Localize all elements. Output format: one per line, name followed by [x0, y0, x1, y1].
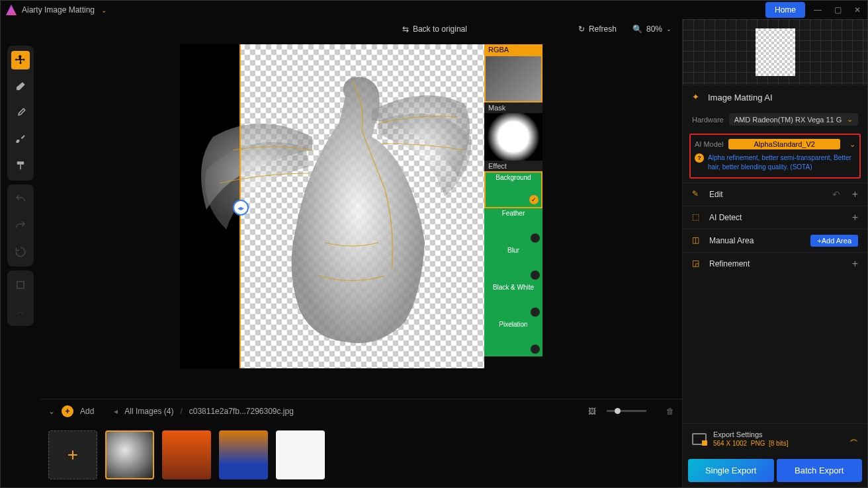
title-bar: Aiarty Image Matting ⌄ Home — ▢ ✕: [1, 1, 867, 19]
redo-button[interactable]: [11, 216, 30, 235]
comparison-handle[interactable]: ◂▸: [233, 200, 249, 216]
matting-ai-header: ✦ Image Matting AI: [683, 85, 867, 109]
canvas-panel: ⇆ Back to original ↻ Refresh 🔍 80% ⌄: [40, 19, 682, 487]
mask-preview[interactable]: [484, 113, 542, 161]
ai-detect-icon: ⬚: [692, 212, 703, 223]
zoom-icon: 🔍: [632, 24, 642, 34]
images-bar: ⌄ + Add ◂ All Images (4) / c03811e2a7fb.…: [40, 399, 682, 423]
comparison-canvas[interactable]: ◂▸: [180, 44, 484, 368]
ai-model-label: AI Model: [695, 140, 723, 148]
all-images-label[interactable]: All Images (4): [124, 407, 173, 416]
thumb-size-icon: 🖼: [588, 407, 596, 416]
right-panel: ✦ Image Matting AI Hardware AMD Radeon(T…: [682, 19, 867, 487]
svg-rect-1: [20, 165, 21, 170]
effect-pixelation[interactable]: Pixelation: [484, 319, 542, 356]
left-toolbar: ︿: [1, 19, 40, 487]
back-to-original-button[interactable]: ⇆ Back to original: [402, 24, 467, 34]
close-button[interactable]: ✕: [853, 5, 862, 15]
home-button[interactable]: Home: [765, 2, 805, 18]
add-image-icon[interactable]: +: [62, 405, 73, 417]
effect-blur[interactable]: Blur: [484, 245, 542, 282]
subject-image: [180, 44, 484, 368]
expand-icon[interactable]: +: [852, 212, 858, 224]
thumbnails-row: +: [40, 423, 682, 487]
ai-model-select[interactable]: AlphaStandard_V2: [728, 139, 840, 149]
undo-icon[interactable]: ↶: [832, 189, 840, 200]
mask-label: Mask: [484, 102, 542, 113]
current-filename: c03811e2a7fb...7296309c.jpg: [189, 407, 294, 416]
ai-model-section: AI Model AlphaStandard_V2 ⌄ ? Alpha refi…: [689, 134, 861, 179]
edit-section[interactable]: ✎ Edit ↶ +: [683, 183, 867, 206]
effect-feather[interactable]: Feather: [484, 208, 542, 245]
export-settings[interactable]: Export Settings 564 X 1002 PNG [8 bits] …: [683, 423, 867, 454]
add-area-button[interactable]: +Add Area: [810, 235, 858, 247]
preview-strip: RGBA Mask Effect Background Feather Blur…: [484, 44, 542, 356]
rgba-label: RGBA: [484, 44, 542, 55]
export-bits: [8 bits]: [769, 440, 788, 447]
delete-button[interactable]: 🗑: [666, 407, 674, 416]
maximize-button[interactable]: ▢: [833, 5, 842, 15]
add-label[interactable]: Add: [80, 407, 94, 416]
export-format: PNG: [751, 440, 765, 447]
matting-icon: ✦: [692, 92, 703, 102]
image-thumb-4[interactable]: [276, 430, 325, 479]
paint-tool[interactable]: [11, 157, 30, 175]
chevron-down-icon[interactable]: ⌄: [849, 140, 855, 149]
help-icon[interactable]: ?: [695, 153, 704, 163]
refinement-icon: ◲: [692, 259, 703, 269]
chevron-down-icon[interactable]: ⌄: [48, 407, 55, 416]
effect-bw[interactable]: Black & White: [484, 282, 542, 319]
image-thumb-3[interactable]: [219, 430, 268, 479]
mini-preview-image: [756, 28, 795, 76]
undo-button[interactable]: [11, 190, 30, 208]
export-dims: 564 X 1002: [713, 440, 747, 447]
effect-background[interactable]: Background: [484, 171, 542, 208]
minimize-button[interactable]: —: [813, 5, 822, 15]
batch-export-button[interactable]: Batch Export: [777, 459, 863, 482]
app-window: Aiarty Image Matting ⌄ Home — ▢ ✕: [0, 0, 868, 488]
chevron-down-icon: ⌄: [847, 115, 853, 124]
swap-icon: ⇆: [402, 24, 409, 34]
refinement-section[interactable]: ◲ Refinement +: [683, 252, 867, 275]
expand-icon[interactable]: +: [852, 258, 858, 270]
export-icon: [692, 433, 707, 445]
mini-preview: [683, 19, 867, 85]
pen-tool[interactable]: [11, 130, 30, 149]
app-logo-icon: [6, 5, 17, 15]
export-title: Export Settings: [713, 430, 844, 438]
reset-button[interactable]: [11, 243, 30, 261]
image-thumb-1[interactable]: [105, 430, 154, 479]
edit-icon: ✎: [692, 189, 703, 200]
model-description: Alpha refinement, better semi-transparen…: [708, 153, 855, 172]
collapse-tools-button[interactable]: ︿: [11, 302, 30, 321]
refresh-icon: ↻: [578, 24, 585, 34]
single-export-button[interactable]: Single Export: [688, 459, 774, 482]
rgba-preview[interactable]: [484, 55, 542, 102]
ai-detect-section[interactable]: ⬚ AI Detect +: [683, 206, 867, 229]
expand-icon[interactable]: +: [852, 188, 858, 200]
svg-rect-0: [17, 161, 24, 165]
effect-label: Effect: [484, 161, 542, 171]
hardware-label: Hardware: [692, 116, 724, 124]
svg-rect-2: [17, 282, 24, 289]
manual-area-section[interactable]: ◫ Manual Area +Add Area: [683, 229, 867, 252]
eraser-tool[interactable]: [11, 77, 30, 96]
add-image-tile[interactable]: +: [48, 430, 97, 479]
hardware-select[interactable]: AMD Radeon(TM) RX Vega 11 G ⌄: [729, 113, 858, 126]
brush-tool[interactable]: [11, 104, 30, 122]
thumb-size-slider[interactable]: [607, 410, 646, 412]
refresh-button[interactable]: ↻ Refresh: [578, 24, 617, 34]
chevron-down-icon: ⌄: [666, 26, 672, 32]
crop-tool[interactable]: [11, 276, 30, 294]
manual-area-icon: ◫: [692, 235, 703, 246]
move-tool[interactable]: [11, 51, 30, 69]
zoom-control[interactable]: 🔍 80% ⌄: [632, 24, 672, 34]
app-title: Aiarty Image Matting: [22, 5, 95, 15]
image-thumb-2[interactable]: [162, 430, 211, 479]
chevron-up-icon[interactable]: ︽: [850, 433, 858, 444]
app-menu-chevron-icon[interactable]: ⌄: [101, 7, 107, 14]
